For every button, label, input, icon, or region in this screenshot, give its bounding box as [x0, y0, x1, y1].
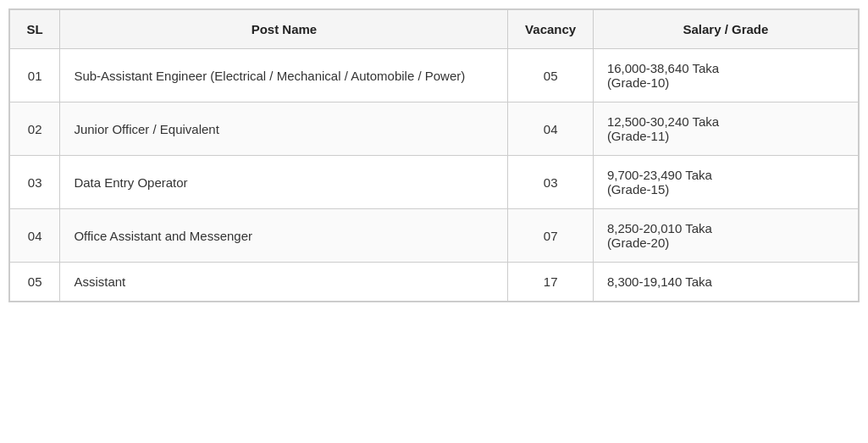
- header-post-name: Post Name: [60, 10, 508, 49]
- header-salary-grade: Salary / Grade: [593, 10, 858, 49]
- cell-salary: 9,700-23,490 Taka(Grade-15): [593, 156, 858, 209]
- cell-vacancy: 17: [508, 263, 593, 302]
- cell-post-name: Junior Officer / Equivalent: [60, 102, 508, 156]
- job-table-wrapper: SL Post Name Vacancy Salary / Grade 01Su…: [8, 8, 860, 302]
- table-row: 01Sub-Assistant Engineer (Electrical / M…: [10, 49, 859, 102]
- cell-sl: 03: [10, 156, 60, 209]
- cell-sl: 05: [10, 263, 60, 302]
- cell-post-name: Data Entry Operator: [60, 156, 508, 209]
- table-row: 04Office Assistant and Messenger078,250-…: [10, 209, 859, 263]
- table-row: 02Junior Officer / Equivalent0412,500-30…: [10, 102, 859, 156]
- cell-salary: 12,500-30,240 Taka(Grade-11): [593, 102, 858, 156]
- cell-post-name: Assistant: [60, 263, 508, 302]
- cell-post-name: Office Assistant and Messenger: [60, 209, 508, 263]
- cell-salary: 8,300-19,140 Taka: [593, 263, 858, 302]
- cell-post-name: Sub-Assistant Engineer (Electrical / Mec…: [60, 49, 508, 102]
- cell-sl: 01: [10, 49, 60, 102]
- cell-sl: 04: [10, 209, 60, 263]
- table-row: 03Data Entry Operator039,700-23,490 Taka…: [10, 156, 859, 209]
- table-header-row: SL Post Name Vacancy Salary / Grade: [10, 10, 859, 49]
- cell-sl: 02: [10, 102, 60, 156]
- header-vacancy: Vacancy: [508, 10, 593, 49]
- cell-salary: 16,000-38,640 Taka(Grade-10): [593, 49, 858, 102]
- header-sl: SL: [10, 10, 60, 49]
- cell-vacancy: 07: [508, 209, 593, 263]
- cell-salary: 8,250-20,010 Taka(Grade-20): [593, 209, 858, 263]
- table-row: 05Assistant178,300-19,140 Taka: [10, 263, 859, 302]
- cell-vacancy: 03: [508, 156, 593, 209]
- cell-vacancy: 04: [508, 102, 593, 156]
- cell-vacancy: 05: [508, 49, 593, 102]
- job-table: SL Post Name Vacancy Salary / Grade 01Su…: [9, 9, 859, 302]
